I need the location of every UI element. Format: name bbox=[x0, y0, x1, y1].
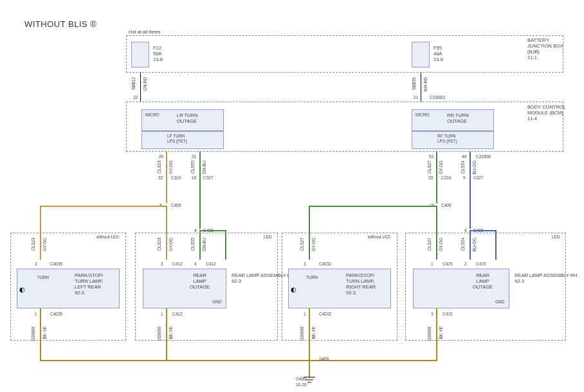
lr-t1: LR TURN bbox=[177, 112, 197, 118]
lb3: OUTAGE bbox=[190, 284, 210, 290]
f12-ref: 13-8 bbox=[153, 57, 163, 62]
group-c-label: without LED bbox=[368, 235, 390, 240]
lc3: RIGHT REAR bbox=[346, 284, 376, 290]
conn-b-top1: C412 bbox=[172, 262, 183, 267]
pin-33: 33 bbox=[428, 175, 433, 181]
la1: PARK/STOP/ bbox=[75, 272, 103, 278]
f55-name: F55 bbox=[433, 45, 442, 51]
rr-t1: RR TURN bbox=[447, 112, 469, 118]
fuse-f55 bbox=[412, 42, 430, 67]
lf-s1: LF TURN bbox=[167, 134, 185, 138]
lc2: TURN LAMP, bbox=[346, 278, 374, 284]
group-b-label: LED bbox=[264, 235, 272, 240]
gnd-drop bbox=[309, 360, 310, 378]
wire-bjb-bcm-r bbox=[421, 73, 421, 102]
wire-h-gn-l2 bbox=[199, 230, 225, 231]
pin-52: 52 bbox=[429, 154, 433, 159]
wl-cls23-a: CLS23 bbox=[157, 161, 162, 174]
fuse-f12 bbox=[131, 42, 149, 67]
gnd-d: GND bbox=[495, 299, 504, 305]
conn-b-top2: C412 bbox=[206, 262, 216, 267]
wl-bkye-a: BK-YE bbox=[42, 326, 48, 339]
splice-s409: S409 bbox=[319, 357, 329, 362]
pin-d-top1: 1 bbox=[431, 262, 433, 267]
ground-icon bbox=[304, 376, 315, 385]
wl-bkye-c: BK-YE bbox=[311, 326, 316, 339]
bulb-icon-c: ◐ bbox=[291, 286, 297, 293]
lamp-a-title: PARK/STOP/ TURN LAMP, LEFT REAR 92-3 bbox=[75, 272, 103, 296]
rf-s1: RF TURN bbox=[437, 134, 455, 138]
wl-buog-a: BU-OG bbox=[472, 161, 477, 174]
wire-sbb55: SBB55 bbox=[412, 77, 417, 90]
pin-44: 44 bbox=[462, 154, 466, 159]
conn-c405-r: C405 bbox=[441, 203, 452, 208]
pin-26: 26 bbox=[159, 154, 163, 159]
pin-c-bot: 1 bbox=[304, 312, 306, 317]
ld1: REAR bbox=[476, 272, 489, 278]
lf-s2: LPS (FET) bbox=[167, 139, 187, 143]
ld3: OUTAGE bbox=[473, 284, 493, 290]
hot-label: Hot at all times bbox=[129, 29, 161, 35]
conn-c316-r: C316 bbox=[441, 175, 452, 181]
conn-c316-l: C316 bbox=[171, 175, 181, 181]
rf-turn-label: RF TURN LPS (FET) bbox=[437, 134, 457, 144]
bjb-title: BATTERY JUNCTION BOX (BJB)11-1 bbox=[527, 37, 566, 60]
pin-32: 32 bbox=[158, 175, 163, 181]
conn-c405-l: C405 bbox=[171, 203, 181, 208]
wire-sbb12: SBB12 bbox=[131, 77, 136, 90]
conn-a-bot: C4035 bbox=[50, 312, 62, 317]
lr-turn-label: LR TURN OUTAGE bbox=[177, 112, 197, 124]
pin-d-top2: 2 bbox=[464, 262, 467, 267]
pin-10: 10 bbox=[192, 175, 196, 181]
bulb-icon-a: ◐ bbox=[19, 286, 25, 293]
wire-cls23-l bbox=[166, 152, 167, 203]
wire-h-gn-r bbox=[309, 206, 437, 207]
conn-c-top: C4032 bbox=[319, 262, 331, 267]
gnd-wire-c bbox=[309, 308, 310, 360]
wire-gnrd: GN-RD bbox=[143, 77, 148, 91]
conn-a-top: C4035 bbox=[50, 262, 62, 267]
diagram-title: WITHOUT BLIS ® bbox=[24, 19, 96, 29]
lc4: 92-3 bbox=[346, 290, 356, 296]
pin-a-bot: 1 bbox=[35, 312, 37, 317]
pin-22: 22 bbox=[133, 95, 138, 100]
f12-name: F12 bbox=[153, 45, 161, 51]
wl-cls27-a: CLS27 bbox=[427, 161, 432, 174]
conn-d-bot: C415 bbox=[443, 312, 453, 317]
gnd-b: GND bbox=[212, 299, 221, 305]
bjb-title-text: BATTERY JUNCTION BOX (BJB) bbox=[527, 37, 563, 55]
wire-cls54-r bbox=[470, 152, 471, 229]
pin-b-top2: 4 bbox=[194, 262, 197, 267]
conn-c327-l: C327 bbox=[203, 175, 214, 181]
wire-bjb-bcm-l bbox=[140, 73, 141, 102]
bcm-title: BODY CONTROL MODULE (BCM)11-4 bbox=[527, 104, 566, 121]
turn-c: TURN bbox=[306, 275, 318, 280]
conn-c2280g: C2280G bbox=[430, 95, 445, 100]
micro-l: MICRO bbox=[145, 112, 160, 118]
lb1: REAR bbox=[193, 272, 206, 278]
conn-c-bot: C4032 bbox=[319, 312, 331, 317]
micro-r: MICRO bbox=[415, 112, 430, 118]
wl-gyog-b: GY-OG bbox=[439, 161, 444, 174]
conn-d-top2: C415 bbox=[476, 262, 486, 267]
wl-gdm06-d: GDM06 bbox=[427, 326, 432, 341]
lamp-a-box bbox=[17, 269, 120, 308]
ld2: LAMP bbox=[476, 278, 489, 284]
wl-gdm06-b: GDM06 bbox=[157, 326, 162, 341]
wire-h-og-l bbox=[40, 206, 166, 207]
group-d-label: LED bbox=[552, 235, 560, 240]
wl-bkye-b: BK-YE bbox=[169, 326, 174, 339]
pin-21: 21 bbox=[414, 95, 418, 100]
fuse-f55-label: F55 40A 13-8 bbox=[433, 45, 443, 62]
wl-cls55-a: CLS55 bbox=[190, 161, 196, 174]
wire-cls55-l bbox=[199, 152, 201, 229]
lf-turn-label: LF TURN LPS (FET) bbox=[167, 134, 187, 144]
lb2: LAMP bbox=[193, 278, 206, 284]
conn-b-bot: C412 bbox=[172, 312, 183, 317]
lamp-c-title: PARK/STOP/ TURN LAMP, RIGHT REAR 92-3 bbox=[346, 272, 376, 296]
group-a-label: without LED bbox=[96, 235, 119, 240]
pin-c-top: 3 bbox=[304, 262, 306, 267]
wl-gyog-a: GY-OG bbox=[169, 161, 174, 174]
pin-9: 9 bbox=[463, 175, 466, 181]
gnd-wire-a bbox=[40, 308, 41, 360]
